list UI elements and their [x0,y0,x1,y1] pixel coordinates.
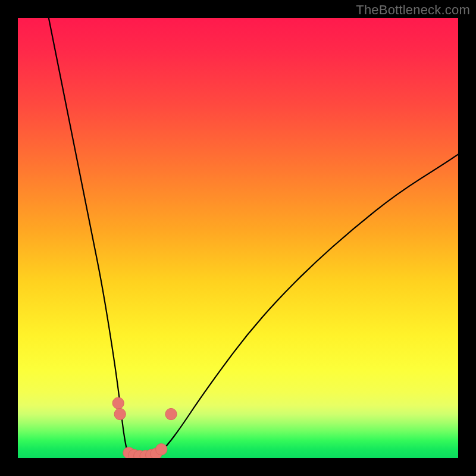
curve-marker [114,408,126,419]
chart-frame: TheBottleneck.com [0,0,476,476]
curve-marker [156,444,167,455]
plot-area [18,18,458,458]
curve-marker [112,397,124,409]
watermark-text: TheBottleneck.com [356,2,470,18]
bottleneck-curve [18,18,458,458]
curve-marker [165,408,177,419]
curve-markers [112,397,177,458]
curve-path [49,18,458,457]
